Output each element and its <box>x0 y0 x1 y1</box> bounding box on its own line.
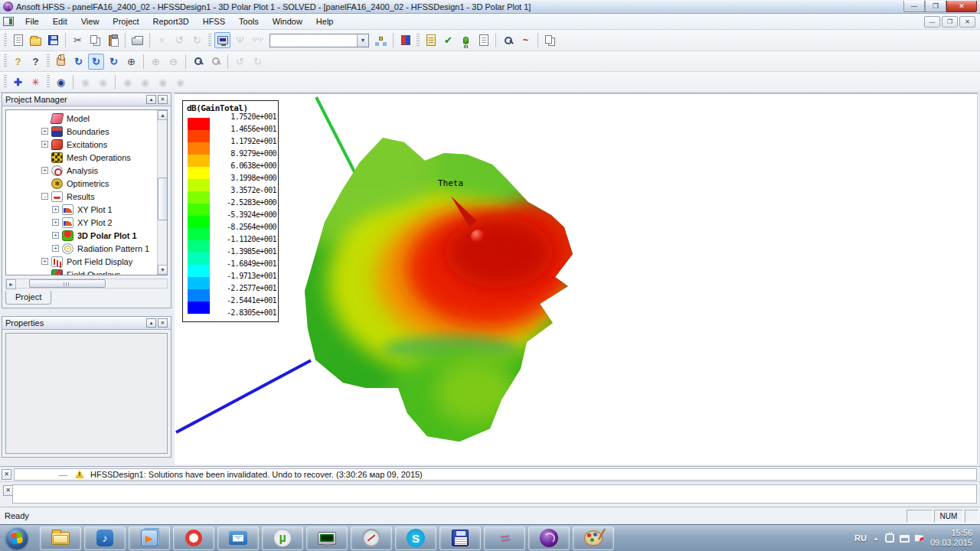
chevron-down-icon[interactable]: ▼ <box>357 34 368 47</box>
save-tool-icon[interactable] <box>439 527 481 550</box>
opera-icon[interactable] <box>173 527 214 550</box>
tree-item-port-field-display[interactable]: +Port Field Display <box>6 255 157 268</box>
maximize-button[interactable]: ❐ <box>925 1 946 12</box>
copy-image-icon[interactable] <box>542 32 558 48</box>
show-hidden-icons[interactable]: ▴ <box>874 535 877 542</box>
rotate-axis-icon[interactable]: ↻ <box>106 54 122 70</box>
skype-icon[interactable]: S <box>395 527 436 550</box>
tree-item-radiation-pattern-1[interactable]: +Radiation Pattern 1 <box>6 242 157 255</box>
fit-all-icon[interactable] <box>190 54 206 70</box>
expand-icon[interactable]: + <box>41 128 48 135</box>
volume-mixer-icon[interactable]: ♪ <box>84 527 126 550</box>
power-icon[interactable] <box>885 533 894 543</box>
hide-active-icon[interactable]: ◉ <box>155 74 171 90</box>
menu-report3d[interactable]: Report3D <box>146 15 196 28</box>
tree-item-results[interactable]: -Results <box>6 190 157 203</box>
coil-app-icon[interactable]: ≈ <box>484 527 525 550</box>
array-icon[interactable]: ΨΨ <box>250 32 266 48</box>
dynamic-zoom-icon[interactable]: ⊕ <box>123 54 139 70</box>
undo-icon[interactable]: ↺ <box>172 32 188 48</box>
solution-data-icon[interactable] <box>475 32 492 48</box>
scroll-up-icon[interactable]: ▲ <box>158 110 168 120</box>
language-indicator[interactable]: RU <box>854 533 867 543</box>
panel-pin-button[interactable]: ▴ <box>146 318 156 328</box>
rotate-model-icon[interactable]: ↻ <box>88 54 104 70</box>
tree-item-excitations[interactable]: +Excitations <box>6 138 157 151</box>
zoom-out-icon[interactable]: ⊖ <box>165 54 181 70</box>
model-view-icon[interactable] <box>214 32 230 48</box>
help-icon[interactable]: ? <box>10 54 26 70</box>
tree-item-mesh-operations[interactable]: Mesh Operations <box>6 151 157 164</box>
undo-view-icon[interactable]: ↺ <box>232 54 248 70</box>
copy-icon[interactable] <box>87 32 103 48</box>
panel-close-button[interactable]: ✕ <box>158 318 168 328</box>
menu-file[interactable]: File <box>18 15 46 28</box>
scrollbar-thumb[interactable] <box>158 178 168 220</box>
rotate-center-icon[interactable]: ↻ <box>70 54 87 70</box>
expand-icon[interactable]: + <box>52 245 59 252</box>
edit-notes-icon[interactable] <box>423 32 439 48</box>
menu-hfss[interactable]: HFSS <box>196 15 232 28</box>
expand-icon[interactable]: + <box>52 206 59 213</box>
print-icon[interactable] <box>129 32 145 48</box>
zoom-in-icon[interactable]: ⊕ <box>148 54 164 70</box>
solution-select-combo[interactable]: ▼ <box>270 34 369 47</box>
media-player-icon[interactable]: ▶ <box>129 527 170 550</box>
expand-icon[interactable]: + <box>41 258 48 265</box>
menu-view[interactable]: View <box>74 15 106 28</box>
scroll-right-icon[interactable]: ► <box>6 279 16 289</box>
close-message-icon[interactable]: ✕ <box>2 469 11 480</box>
tree-item-model[interactable]: Model <box>6 112 157 125</box>
tree-item-boundaries[interactable]: +Boundaries <box>6 125 157 138</box>
show-selection-icon[interactable]: ◉ <box>95 74 111 90</box>
antenna-icon[interactable]: Ψ <box>232 32 248 48</box>
tree-item-xy-plot-1[interactable]: +XY Plot 1 <box>6 203 157 216</box>
mdi-close-button[interactable]: ✕ <box>959 16 975 28</box>
menu-window[interactable]: Window <box>266 15 309 28</box>
radiation-pattern-3d[interactable]: Theta <box>175 94 978 466</box>
tree-item-analysis[interactable]: +Analysis <box>6 164 157 177</box>
redo-view-icon[interactable]: ↻ <box>250 54 266 70</box>
validate-icon[interactable]: ✔ <box>440 32 456 48</box>
delete-icon[interactable]: × <box>154 32 170 48</box>
show-all-icon[interactable]: ◉ <box>137 74 153 90</box>
panel-pin-button[interactable]: ▴ <box>146 95 156 104</box>
tree-item-field-overlays[interactable]: Field Overlays <box>6 268 157 276</box>
close-button[interactable]: ✕ <box>946 1 977 12</box>
tree-item-optimetrics[interactable]: Optimetrics <box>6 177 157 190</box>
paint-icon[interactable] <box>573 527 614 550</box>
email-icon[interactable] <box>217 527 259 550</box>
ansoft-hfss-icon[interactable] <box>528 527 570 550</box>
3d-ui-icon[interactable]: ✚ <box>10 74 26 90</box>
minimize-button[interactable]: — <box>903 1 925 12</box>
paste-icon[interactable] <box>105 32 121 48</box>
expand-icon[interactable]: + <box>41 141 48 148</box>
create-report-icon[interactable]: ~ <box>518 32 534 48</box>
pan-icon[interactable] <box>53 54 69 70</box>
compass-app-icon[interactable] <box>351 527 392 550</box>
hide-selection-icon[interactable]: ◉ <box>77 74 93 90</box>
panel-close-button[interactable]: ✕ <box>158 95 168 104</box>
collapse-icon[interactable]: - <box>41 193 48 200</box>
utorrent-icon[interactable]: µ <box>262 527 303 550</box>
menu-tools[interactable]: Tools <box>232 15 266 28</box>
explorer-icon[interactable] <box>40 527 81 550</box>
tree-vertical-scrollbar[interactable]: ▲ ▼ <box>157 110 167 275</box>
analyze-all-icon[interactable] <box>458 32 474 48</box>
menu-project[interactable]: Project <box>106 15 145 28</box>
expand-icon[interactable]: + <box>41 167 48 174</box>
clock[interactable]: 15:56 09.03.2015 <box>930 528 972 548</box>
redo-icon[interactable]: ↻ <box>189 32 205 48</box>
orientation-icon[interactable]: ✳ <box>28 74 44 90</box>
mdi-restore-button[interactable]: ❐ <box>942 16 958 28</box>
context-help-icon[interactable]: ? <box>28 54 44 70</box>
solution-type-icon[interactable] <box>397 32 413 48</box>
scroll-down-icon[interactable]: ▼ <box>158 265 168 275</box>
menu-edit[interactable]: Edit <box>46 15 74 28</box>
menu-help[interactable]: Help <box>309 15 341 28</box>
visibility-icon[interactable]: ◉ <box>53 74 69 90</box>
scrollbar-thumb[interactable] <box>29 279 106 288</box>
tree-item-3d-polar-plot-1[interactable]: +3D Polar Plot 1 <box>6 229 157 242</box>
tree-item-xy-plot-2[interactable]: +XY Plot 2 <box>6 216 157 229</box>
mdi-minimize-button[interactable]: — <box>924 16 940 28</box>
